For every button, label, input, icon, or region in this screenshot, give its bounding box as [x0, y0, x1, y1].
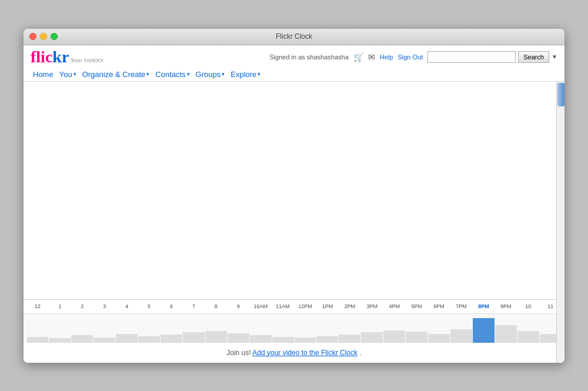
search-button[interactable]: Search	[518, 51, 549, 63]
time-label: 5PM	[406, 303, 428, 309]
mini-bar[interactable]	[361, 332, 383, 342]
footer-text: Join us! Add your video to the Flickr Cl…	[24, 343, 564, 363]
mini-bar[interactable]	[27, 337, 49, 343]
time-label: 4PM	[383, 303, 406, 309]
time-label: 7PM	[450, 303, 473, 309]
time-label: 12	[26, 303, 49, 309]
main-area: 1212345678910AM11AM12PM1PM2PM3PM4PM5PM6P…	[24, 82, 564, 363]
mini-bar[interactable]	[473, 318, 495, 343]
nav-groups-label: Groups	[196, 70, 221, 79]
scrollbar[interactable]	[556, 82, 564, 363]
browser-window: Flickr Clock flickr from YAHOO! Signed i…	[24, 29, 564, 363]
nav-you-label: You	[59, 70, 72, 79]
signout-link[interactable]: Sign Out	[397, 54, 423, 61]
logo-area: flickr from YAHOO!	[31, 49, 103, 65]
yahoo-label: from YAHOO!	[71, 58, 103, 64]
mini-bar[interactable]	[339, 335, 360, 343]
add-video-link[interactable]: Add your video to the Flickr Clock	[252, 349, 358, 357]
mini-bar[interactable]	[383, 330, 405, 343]
mini-bar[interactable]	[116, 334, 138, 343]
header-top: flickr from YAHOO! Signed in as shashash…	[31, 49, 557, 65]
period: .	[359, 349, 361, 357]
mini-bar[interactable]	[205, 331, 227, 343]
mini-bar[interactable]	[316, 336, 338, 343]
search-dropdown-arrow[interactable]: ▼	[552, 54, 557, 60]
time-label: 6PM	[428, 303, 450, 309]
mini-bar[interactable]	[495, 325, 517, 342]
time-label: 8PM	[472, 303, 495, 309]
chart-container	[24, 88, 564, 299]
nav-organize[interactable]: Organize & Create ▾	[80, 69, 152, 80]
time-label: 1	[49, 303, 71, 309]
time-label: 12PM	[294, 303, 316, 309]
time-label: 9	[227, 303, 249, 309]
time-label: 4	[116, 303, 138, 309]
mini-bar[interactable]	[517, 331, 539, 343]
mini-bar[interactable]	[49, 338, 71, 342]
nav-you-arrow: ▾	[74, 71, 76, 77]
search-area: Search ▼	[427, 51, 557, 63]
site-header: flickr from YAHOO! Signed in as shashash…	[24, 45, 564, 82]
mini-bar[interactable]	[406, 332, 427, 343]
help-link[interactable]: Help	[380, 54, 393, 61]
mini-bar[interactable]	[93, 337, 115, 343]
time-label: 5	[138, 303, 161, 309]
nav-groups[interactable]: Groups ▾	[193, 69, 228, 80]
window-controls	[29, 33, 58, 40]
mini-chart	[24, 313, 564, 343]
nav-contacts-arrow: ▾	[187, 71, 190, 77]
time-label: 1PM	[316, 303, 339, 309]
titlebar: Flickr Clock	[24, 29, 564, 45]
nav-explore-arrow: ▾	[258, 71, 260, 77]
time-label: 8	[205, 303, 227, 309]
mail-icon[interactable]: ✉	[368, 52, 375, 62]
nav-contacts[interactable]: Contacts ▾	[153, 69, 192, 80]
mini-bar[interactable]	[295, 337, 316, 343]
maximize-button[interactable]	[51, 33, 58, 40]
time-label: 6	[161, 303, 183, 309]
nav-explore[interactable]: Explore ▾	[228, 69, 263, 80]
mini-bar[interactable]	[272, 337, 294, 343]
mini-bar[interactable]	[250, 335, 272, 342]
nav-organize-label: Organize & Create	[82, 70, 146, 79]
nav-organize-arrow: ▾	[146, 71, 149, 77]
time-label: 7	[182, 303, 205, 309]
browser-content: flickr from YAHOO! Signed in as shashash…	[24, 45, 564, 363]
flickr-logo: flickr	[31, 49, 69, 65]
signed-in-text: Signed in as shashashasha	[269, 54, 349, 61]
window-title: Flickr Clock	[276, 32, 312, 41]
mini-bar[interactable]	[183, 332, 205, 342]
time-label: 10	[517, 303, 539, 309]
time-label: 3PM	[361, 303, 383, 309]
nav-home[interactable]: Home	[31, 69, 56, 80]
header-right: Signed in as shashashasha 🛒 ✉ Help Sign …	[269, 51, 557, 63]
time-label: 9PM	[495, 303, 517, 309]
mini-bar[interactable]	[228, 333, 249, 343]
mini-bar[interactable]	[138, 336, 160, 343]
mini-bar[interactable]	[428, 334, 450, 343]
cart-icon[interactable]: 🛒	[353, 52, 363, 62]
mini-bar[interactable]	[450, 329, 472, 342]
nav-groups-arrow: ▾	[222, 71, 225, 77]
close-button[interactable]	[29, 33, 36, 40]
nav-explore-label: Explore	[230, 70, 256, 79]
nav-contacts-label: Contacts	[155, 70, 185, 79]
scrollbar-thumb[interactable]	[557, 83, 564, 106]
time-label: 11AM	[272, 303, 294, 309]
join-text: Join us!	[226, 349, 250, 357]
time-label: 10AM	[249, 303, 272, 309]
mini-bar[interactable]	[161, 335, 182, 343]
nav-bar: Home You ▾ Organize & Create ▾ Contacts …	[31, 68, 557, 81]
minimize-button[interactable]	[40, 33, 47, 40]
search-input[interactable]	[427, 51, 516, 63]
time-axis: 1212345678910AM11AM12PM1PM2PM3PM4PM5PM6P…	[24, 299, 564, 313]
nav-you[interactable]: You ▾	[57, 69, 79, 80]
mini-bar[interactable]	[71, 335, 93, 342]
time-label: 3	[93, 303, 116, 309]
time-label: 2	[71, 303, 93, 309]
bars-wrapper	[26, 88, 562, 299]
time-label: 2PM	[339, 303, 361, 309]
